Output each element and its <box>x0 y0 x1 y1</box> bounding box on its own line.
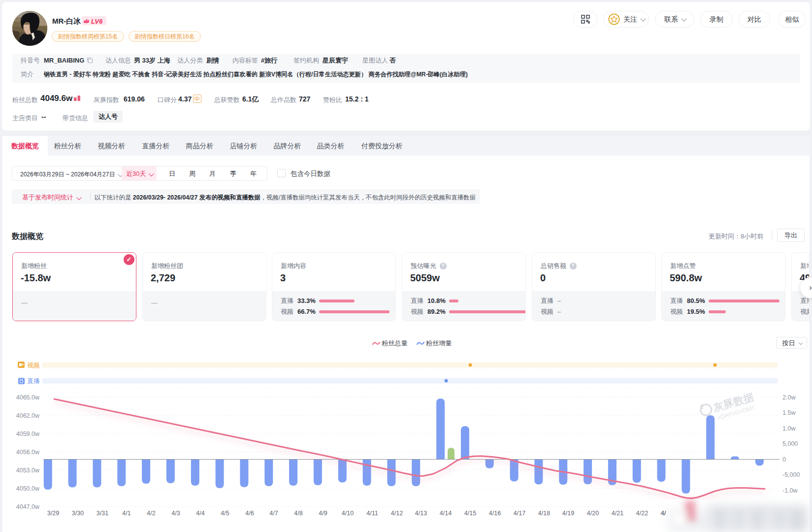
svg-text:4047.0w: 4047.0w <box>16 503 40 510</box>
svg-text:4065.0w: 4065.0w <box>16 394 40 401</box>
svg-text:4/1: 4/1 <box>122 510 130 517</box>
svg-text:4/2: 4/2 <box>147 510 155 517</box>
svg-text:3/29: 3/29 <box>47 510 59 517</box>
svg-text:4/8: 4/8 <box>294 510 302 517</box>
svg-text:4/6: 4/6 <box>245 510 254 517</box>
svg-text:4062.0w: 4062.0w <box>16 412 40 419</box>
svg-text:4056.0w: 4056.0w <box>16 449 40 456</box>
svg-text:直播: 直播 <box>27 377 40 385</box>
svg-text:4/15: 4/15 <box>464 510 476 517</box>
svg-text:4050.0w: 4050.0w <box>16 485 40 492</box>
svg-text:4/9: 4/9 <box>319 510 327 517</box>
svg-text:5,000: 5,000 <box>782 440 798 447</box>
svg-text:4059.0w: 4059.0w <box>16 431 40 437</box>
svg-text:4/10: 4/10 <box>342 510 354 517</box>
svg-text:-1.0w: -1.0w <box>782 487 798 494</box>
svg-text:4/11: 4/11 <box>366 510 378 517</box>
svg-text:3/30: 3/30 <box>72 510 84 517</box>
svg-text:4/19: 4/19 <box>562 510 574 517</box>
svg-text:4/18: 4/18 <box>538 510 550 517</box>
svg-text:4/14: 4/14 <box>440 510 452 517</box>
svg-text:0: 0 <box>782 456 786 463</box>
svg-text:1.5w: 1.5w <box>782 409 796 416</box>
svg-text:视频: 视频 <box>27 362 40 369</box>
svg-text:4/20: 4/20 <box>587 510 599 517</box>
svg-text:-5,000: -5,000 <box>782 471 800 478</box>
svg-text:1.0w: 1.0w <box>782 425 796 432</box>
svg-text:2.0w: 2.0w <box>782 394 796 401</box>
svg-text:4/16: 4/16 <box>489 510 501 517</box>
svg-text:4/4: 4/4 <box>196 510 204 517</box>
svg-text:4053.0w: 4053.0w <box>16 467 40 474</box>
svg-text:4/17: 4/17 <box>514 510 525 517</box>
svg-text:3/31: 3/31 <box>97 510 108 517</box>
svg-text:4/7: 4/7 <box>269 510 278 517</box>
svg-text:4/5: 4/5 <box>221 510 229 517</box>
svg-text:4/21: 4/21 <box>612 510 623 517</box>
svg-text:4/13: 4/13 <box>415 510 427 517</box>
svg-text:4/3: 4/3 <box>171 510 180 517</box>
svg-text:4/12: 4/12 <box>391 510 403 517</box>
svg-text:4/22: 4/22 <box>636 510 648 517</box>
svg-text:4/: 4/ <box>661 510 666 517</box>
